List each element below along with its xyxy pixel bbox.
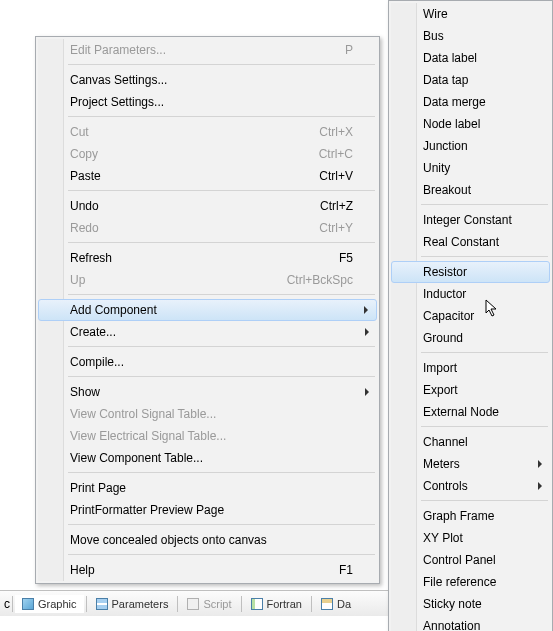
tab-separator [311, 596, 312, 612]
menu-item-shortcut: F1 [309, 563, 353, 577]
menu-item-label: Move concealed objects onto canvas [70, 533, 267, 547]
menu-separator [68, 344, 375, 350]
menu-item-shortcut: Ctrl+C [289, 147, 353, 161]
menu-item-label: XY Plot [423, 531, 463, 545]
menu-item-bus[interactable]: Bus [391, 25, 550, 47]
menu-item-show[interactable]: Show [38, 381, 377, 403]
menu-item-label: View Electrical Signal Table... [70, 429, 226, 443]
menu-item-shortcut: F5 [309, 251, 353, 265]
menu-item-capacitor[interactable]: Capacitor [391, 305, 550, 327]
menu-item-channel[interactable]: Channel [391, 431, 550, 453]
tab-separator [86, 596, 87, 612]
menu-item-ground[interactable]: Ground [391, 327, 550, 349]
menu-item-controls[interactable]: Controls [391, 475, 550, 497]
menu-item-label: Annotation [423, 619, 480, 631]
menu-item-view-control-signal-table[interactable]: View Control Signal Table... [38, 403, 377, 425]
menu-item-label: Paste [70, 169, 101, 183]
menu-item-label: Cut [70, 125, 89, 139]
menu-item-label: Unity [423, 161, 450, 175]
menu-item-label: Import [423, 361, 457, 375]
menu-item-real-constant[interactable]: Real Constant [391, 231, 550, 253]
menu-separator [68, 114, 375, 120]
menu-item-add-component[interactable]: Add Component [38, 299, 377, 321]
menu-item-shortcut: Ctrl+V [289, 169, 353, 183]
menu-item-node-label[interactable]: Node label [391, 113, 550, 135]
menu-item-data-label[interactable]: Data label [391, 47, 550, 69]
menu-item-shortcut: Ctrl+X [289, 125, 353, 139]
menu-item-up[interactable]: UpCtrl+BckSpc [38, 269, 377, 291]
menu-item-label: Copy [70, 147, 98, 161]
tab-dat[interactable]: Da [314, 595, 358, 613]
menu-item-meters[interactable]: Meters [391, 453, 550, 475]
menu-item-annotation[interactable]: Annotation [391, 615, 550, 631]
menu-item-breakout[interactable]: Breakout [391, 179, 550, 201]
menu-item-graph-frame[interactable]: Graph Frame [391, 505, 550, 527]
menu-item-export[interactable]: Export [391, 379, 550, 401]
menu-item-wire[interactable]: Wire [391, 3, 550, 25]
menu-item-label: Print Page [70, 481, 126, 495]
menu-item-printformatter-preview-page[interactable]: PrintFormatter Preview Page [38, 499, 377, 521]
tab-label: Graphic [38, 598, 77, 610]
menu-item-paste[interactable]: PasteCtrl+V [38, 165, 377, 187]
menu-item-integer-constant[interactable]: Integer Constant [391, 209, 550, 231]
menu-item-unity[interactable]: Unity [391, 157, 550, 179]
menu-item-undo[interactable]: UndoCtrl+Z [38, 195, 377, 217]
menu-item-help[interactable]: HelpF1 [38, 559, 377, 581]
menu-item-import[interactable]: Import [391, 357, 550, 379]
menu-item-shortcut: P [315, 43, 353, 57]
menu-item-sticky-note[interactable]: Sticky note [391, 593, 550, 615]
menu-item-compile[interactable]: Compile... [38, 351, 377, 373]
menu-item-create[interactable]: Create... [38, 321, 377, 343]
menu-item-data-tap[interactable]: Data tap [391, 69, 550, 91]
menu-item-print-page[interactable]: Print Page [38, 477, 377, 499]
menu-item-refresh[interactable]: RefreshF5 [38, 247, 377, 269]
menu-item-project-settings[interactable]: Project Settings... [38, 91, 377, 113]
menu-item-label: View Control Signal Table... [70, 407, 216, 421]
menu-item-label: Ground [423, 331, 463, 345]
menu-item-label: Up [70, 273, 85, 287]
menu-separator [68, 374, 375, 380]
tab-label: Da [337, 598, 351, 610]
menu-item-redo[interactable]: RedoCtrl+Y [38, 217, 377, 239]
menu-item-cut[interactable]: CutCtrl+X [38, 121, 377, 143]
menu-item-label: Export [423, 383, 458, 397]
menu-item-data-merge[interactable]: Data merge [391, 91, 550, 113]
menu-item-move-concealed-objects[interactable]: Move concealed objects onto canvas [38, 529, 377, 551]
menu-item-canvas-settings[interactable]: Canvas Settings... [38, 69, 377, 91]
menu-item-shortcut: Ctrl+BckSpc [257, 273, 353, 287]
tab-label: Fortran [267, 598, 302, 610]
submenu-arrow-icon [538, 460, 542, 468]
tab-parameters[interactable]: Parameters [89, 595, 176, 613]
menu-item-file-reference[interactable]: File reference [391, 571, 550, 593]
submenu-arrow-icon [538, 482, 542, 490]
menu-item-external-node[interactable]: External Node [391, 401, 550, 423]
menu-item-label: File reference [423, 575, 496, 589]
menu-item-label: Meters [423, 457, 460, 471]
dat-icon [321, 598, 333, 610]
tab-fortran[interactable]: Fortran [244, 595, 309, 613]
tab-label: Script [203, 598, 231, 610]
menu-item-label: Breakout [423, 183, 471, 197]
tab-graphic[interactable]: Graphic [15, 595, 84, 613]
menu-item-copy[interactable]: CopyCtrl+C [38, 143, 377, 165]
menu-item-view-electrical-signal-table[interactable]: View Electrical Signal Table... [38, 425, 377, 447]
menu-item-label: External Node [423, 405, 499, 419]
menu-item-label: Edit Parameters... [70, 43, 166, 57]
menu-item-control-panel[interactable]: Control Panel [391, 549, 550, 571]
menu-item-label: Compile... [70, 355, 124, 369]
menu-item-label: Bus [423, 29, 444, 43]
menu-item-junction[interactable]: Junction [391, 135, 550, 157]
menu-separator [68, 522, 375, 528]
menu-item-label: Data tap [423, 73, 468, 87]
menu-item-view-component-table[interactable]: View Component Table... [38, 447, 377, 469]
menu-item-resistor[interactable]: Resistor [391, 261, 550, 283]
menu-item-inductor[interactable]: Inductor [391, 283, 550, 305]
menu-item-edit-parameters[interactable]: Edit Parameters...P [38, 39, 377, 61]
tab-script[interactable]: Script [180, 595, 238, 613]
menu-item-label: Sticky note [423, 597, 482, 611]
parameters-icon [96, 598, 108, 610]
tab-prefix-text: c [4, 597, 10, 611]
menu-item-xy-plot[interactable]: XY Plot [391, 527, 550, 549]
menu-item-label: Create... [70, 325, 116, 339]
menu-separator [68, 188, 375, 194]
